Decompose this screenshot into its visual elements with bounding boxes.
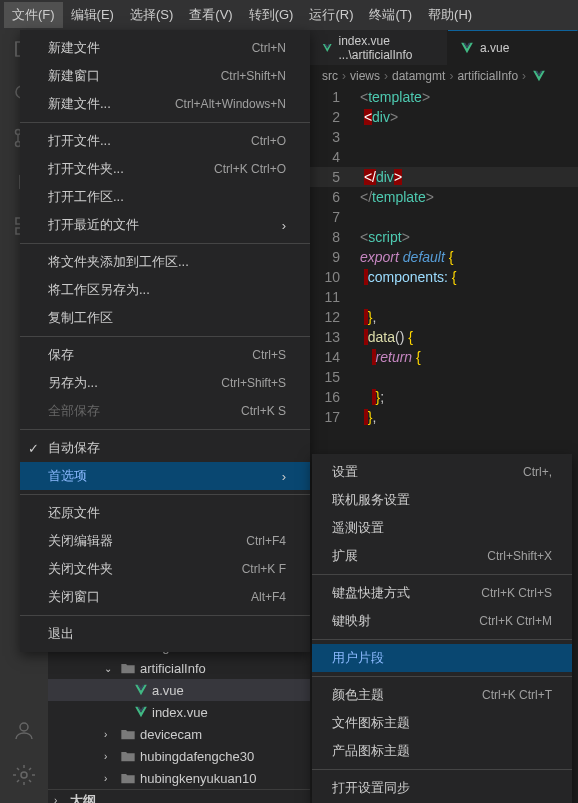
menu-item[interactable]: 关闭窗口Alt+F4 (20, 583, 310, 611)
preferences-submenu: 设置Ctrl+,联机服务设置遥测设置扩展Ctrl+Shift+X键盘快捷方式Ct… (312, 454, 572, 803)
submenu-item[interactable]: 扩展Ctrl+Shift+X (312, 542, 572, 570)
menu-item[interactable]: 复制工作区 (20, 304, 310, 332)
menu-item[interactable]: 保存Ctrl+S (20, 341, 310, 369)
submenu-item[interactable]: 用户片段 (312, 644, 572, 672)
svg-point-10 (21, 772, 27, 778)
submenu-item[interactable]: 文件图标主题 (312, 709, 572, 737)
tree-item[interactable]: ⌄artificialInfo (48, 657, 310, 679)
menu-item[interactable]: 新建文件...Ctrl+Alt+Windows+N (20, 90, 310, 118)
menubar-item[interactable]: 选择(S) (122, 2, 181, 28)
menu-item[interactable]: 打开文件夹...Ctrl+K Ctrl+O (20, 155, 310, 183)
tree-item[interactable]: index.vue (48, 701, 310, 723)
menu-item[interactable]: 将工作区另存为... (20, 276, 310, 304)
menu-item[interactable]: 全部保存Ctrl+K S (20, 397, 310, 425)
explorer-tree: ⌄datamgmt⌄artificialInfoa.vueindex.vue›d… (48, 635, 310, 803)
editor-tabs: index.vue ...\artificialInfoa.vue (310, 30, 578, 65)
menu-item[interactable]: 首选项› (20, 462, 310, 490)
editor-tab[interactable]: a.vue (448, 30, 578, 65)
submenu-item[interactable]: 联机服务设置 (312, 486, 572, 514)
menu-item[interactable]: 新建文件Ctrl+N (20, 34, 310, 62)
menubar-item[interactable]: 查看(V) (181, 2, 240, 28)
account-icon[interactable] (12, 719, 36, 743)
menu-item[interactable]: 将文件夹添加到工作区... (20, 248, 310, 276)
menubar-item[interactable]: 转到(G) (241, 2, 302, 28)
gear-icon[interactable] (12, 763, 36, 787)
submenu-item[interactable]: 颜色主题Ctrl+K Ctrl+T (312, 681, 572, 709)
submenu-item[interactable]: 设置Ctrl+, (312, 458, 572, 486)
tree-item[interactable]: ›devicecam (48, 723, 310, 745)
submenu-item[interactable]: 产品图标主题 (312, 737, 572, 765)
tree-item[interactable]: a.vue (48, 679, 310, 701)
menubar-item[interactable]: 终端(T) (361, 2, 420, 28)
menu-item[interactable]: 打开文件...Ctrl+O (20, 127, 310, 155)
menubar-item[interactable]: 编辑(E) (63, 2, 122, 28)
menu-item[interactable]: 关闭编辑器Ctrl+F4 (20, 527, 310, 555)
tree-item[interactable]: ›hubingdafengche30 (48, 745, 310, 767)
menu-item[interactable]: 打开最近的文件› (20, 211, 310, 239)
editor-tab[interactable]: index.vue ...\artificialInfo (310, 30, 448, 65)
outline-section[interactable]: ›大纲 (48, 789, 310, 803)
submenu-item[interactable]: 键映射Ctrl+K Ctrl+M (312, 607, 572, 635)
tree-item[interactable]: ›hubingkenyukuan10 (48, 767, 310, 789)
menu-item[interactable]: 关闭文件夹Ctrl+K F (20, 555, 310, 583)
menu-item[interactable]: 打开工作区... (20, 183, 310, 211)
menubar-item[interactable]: 帮助(H) (420, 2, 480, 28)
submenu-item[interactable]: 遥测设置 (312, 514, 572, 542)
menubar: 文件(F)编辑(E)选择(S)查看(V)转到(G)运行(R)终端(T)帮助(H) (0, 0, 578, 30)
menu-item[interactable]: 另存为...Ctrl+Shift+S (20, 369, 310, 397)
menu-item[interactable]: ✓自动保存 (20, 434, 310, 462)
submenu-item[interactable]: 打开设置同步 (312, 774, 572, 802)
submenu-item[interactable]: 键盘快捷方式Ctrl+K Ctrl+S (312, 579, 572, 607)
file-menu: 新建文件Ctrl+N新建窗口Ctrl+Shift+N新建文件...Ctrl+Al… (20, 30, 310, 652)
breadcrumb[interactable]: src›views›datamgmt›artificialInfo› (310, 65, 578, 87)
svg-point-9 (20, 723, 28, 731)
menu-item[interactable]: 还原文件 (20, 499, 310, 527)
menu-item[interactable]: 退出 (20, 620, 310, 648)
menubar-item[interactable]: 运行(R) (301, 2, 361, 28)
menu-item[interactable]: 新建窗口Ctrl+Shift+N (20, 62, 310, 90)
menubar-item[interactable]: 文件(F) (4, 2, 63, 28)
